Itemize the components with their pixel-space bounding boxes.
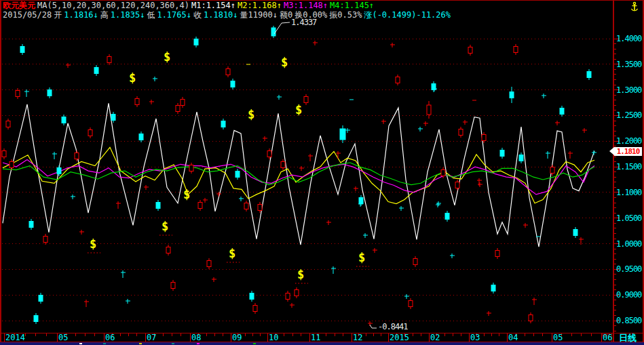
marker-candle-up — [529, 315, 533, 321]
marker-dollar-sign: $ — [162, 220, 168, 233]
marker-candle-down — [194, 39, 198, 45]
marker-candle-up — [396, 77, 400, 83]
marker-candle-up — [281, 162, 285, 168]
marker-candle-up — [244, 203, 248, 209]
marker-candle-down — [510, 92, 514, 98]
price-axis-label: 0.9500 — [616, 265, 643, 274]
marker-cross — [354, 186, 358, 191]
marker-candle-down — [560, 108, 564, 115]
marker-candle-up — [427, 105, 431, 115]
anchor-icon[interactable] — [629, 1, 640, 12]
period-selector[interactable]: 日线 — [613, 333, 642, 342]
marker-cross — [345, 128, 350, 133]
header-segment: M3:1.148↑ — [284, 1, 328, 10]
marker-candle-up — [207, 261, 211, 267]
high-annotation-line — [274, 22, 290, 34]
marker-dollar-sign: $ — [297, 268, 304, 281]
marker-cross — [203, 198, 208, 203]
marker-candle-up — [189, 165, 193, 171]
marker-cross — [79, 230, 84, 235]
marker-candle-up — [171, 283, 175, 289]
marker-candle-down — [34, 316, 38, 322]
marker-cross — [418, 127, 423, 131]
low-annotation: -0.8441 — [378, 323, 408, 331]
marker-cross — [399, 206, 404, 211]
marker-dollar-sign: $ — [90, 237, 96, 251]
marker-cross — [144, 185, 149, 190]
marker-candle-up — [107, 57, 111, 63]
indicator-header-bar: 欧元美元MA(5,10,20,30,60,120,240,360,4)M1:1.… — [3, 1, 376, 10]
bottom-bar-mark — [103, 343, 106, 344]
chart-plot[interactable]: $$$$$$$$$$$ — [0, 0, 644, 345]
marker-doji — [24, 89, 29, 97]
time-axis-label: 06 — [603, 333, 612, 342]
marker-candle-up — [135, 99, 139, 105]
marker-candle-up — [286, 293, 290, 300]
header-segment: 欧元美元 — [3, 1, 35, 10]
marker-candle-up — [176, 106, 180, 112]
header-segment: 1.1835↓ — [111, 10, 145, 20]
time-axis-label: 12 — [353, 333, 362, 342]
high-annotation: 1.4337 — [291, 18, 316, 26]
window-bottom-bar — [0, 342, 644, 345]
marker-cross — [290, 303, 295, 308]
marker-cross — [153, 77, 157, 81]
marker-candle-down — [359, 198, 363, 204]
header-segment: 振0.53% — [329, 10, 362, 20]
marker-doji — [116, 201, 121, 209]
marker-candle-up — [455, 182, 459, 188]
marker-candle-down — [48, 90, 52, 96]
header-segment: 1.1816↓ — [64, 10, 98, 20]
marker-candle-up — [514, 47, 518, 53]
series-ma-yellow — [3, 147, 594, 203]
marker-dollar-sign: $ — [183, 188, 190, 201]
price-axis-label: 1.1500 — [616, 163, 643, 171]
header-segment: M2:1.168↑ — [238, 1, 282, 10]
marker-dollar-sign: $ — [281, 56, 288, 69]
marker-candle-up — [88, 130, 92, 136]
price-axis-label: 0.8500 — [616, 317, 643, 325]
price-axis-label: 1.4000 — [616, 35, 643, 43]
border-left — [0, 0, 1, 345]
marker-candle-down — [231, 81, 235, 87]
header-segment: 低 — [147, 10, 155, 20]
marker-candle-up — [16, 91, 20, 97]
marker-dollar-sign: $ — [358, 251, 365, 264]
marker-dollar-sign: $ — [295, 103, 302, 117]
marker-candle-down — [573, 230, 577, 236]
time-axis-label: 05 — [58, 333, 68, 342]
price-axis-label: 1.3500 — [616, 60, 643, 69]
header-segment: 1.1810↓ — [204, 10, 238, 20]
last-price-tag: 1.1810 — [614, 147, 642, 156]
marker-candle-up — [258, 205, 262, 211]
marker-candle-up — [166, 247, 170, 253]
marker-candle-down — [500, 150, 504, 157]
time-axis-label: 03 — [470, 333, 480, 342]
marker-doji — [532, 298, 537, 305]
price-axis-label: 1.0000 — [616, 240, 643, 249]
marker-cross — [149, 100, 154, 104]
marker-doji — [331, 266, 336, 274]
low-annotation-line — [370, 325, 377, 328]
marker-candle-down — [271, 28, 276, 36]
marker-cross — [66, 63, 71, 68]
header-segment: 开 — [54, 10, 62, 20]
time-axis-label: 06 — [105, 333, 115, 342]
marker-doji — [336, 151, 341, 159]
marker-cross — [404, 294, 409, 299]
bottom-bar-mark — [197, 343, 200, 344]
header-segment: 1.1765↓ — [157, 10, 191, 20]
time-axis-label: 07 — [147, 333, 156, 342]
time-axis-label: 11 — [311, 333, 320, 342]
time-axis-label: 04 — [508, 333, 518, 342]
marker-candle-down — [445, 214, 449, 220]
marker-candle-down — [221, 121, 225, 127]
marker-candle-up — [267, 151, 271, 157]
marker-doji — [546, 151, 550, 159]
marker-cross — [381, 119, 386, 124]
marker-candle-up — [495, 251, 499, 257]
marker-candle-down — [57, 168, 61, 174]
marker-cross — [487, 311, 491, 316]
time-axis-label: 2015 — [390, 333, 409, 342]
header-segment: M1:1.154↑ — [191, 1, 235, 10]
